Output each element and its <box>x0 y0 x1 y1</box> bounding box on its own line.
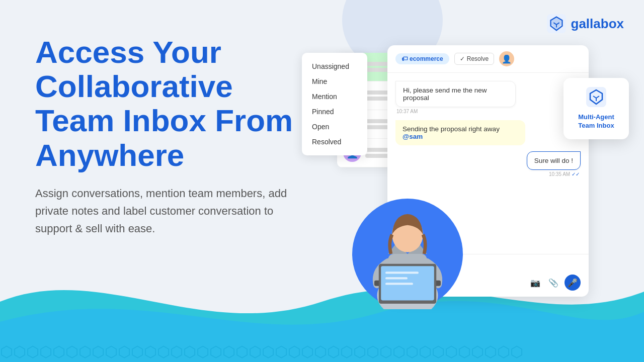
multi-agent-title: Multi-Agent Team Inbox <box>574 113 619 130</box>
multi-agent-title-line1: Multi-Agent <box>578 113 614 121</box>
hero-title: Access Your Collaborative Team Inbox Fro… <box>35 35 297 172</box>
sent-time: 10:35 AM ✓✓ <box>527 171 581 177</box>
hero-title-line4: Anywhere <box>35 138 184 172</box>
svg-rect-8 <box>385 272 419 274</box>
message-text: Hi, please send me the new proposal <box>403 86 487 102</box>
person-figure <box>352 194 463 309</box>
gallabox-logo-icon <box>547 14 566 33</box>
dropdown-menu: Unassigned Mine Mention Pinned Open Reso… <box>302 53 367 155</box>
message-note: Sending the proposal right away @sam <box>395 120 525 145</box>
dropdown-item-mine[interactable]: Mine <box>302 74 367 89</box>
sent-bubble: Sure will do ! <box>527 151 581 170</box>
message-bubble: Hi, please send me the new proposal <box>395 81 516 107</box>
read-tick: ✓✓ <box>572 171 580 177</box>
dropdown-item-resolved[interactable]: Resolved <box>302 134 367 149</box>
dropdown-item-pinned[interactable]: Pinned <box>302 104 367 119</box>
hero-subtitle: Assign conversations, mention team membe… <box>35 185 297 238</box>
camera-icon[interactable]: 📷 <box>528 276 542 290</box>
tag-label: ecommerce <box>410 55 443 62</box>
tag-icon: 🏷 <box>401 55 408 62</box>
message-time: 10:37 AM <box>395 109 516 114</box>
wave-pattern: ⬡⬡⬡⬡⬡⬡⬡⬡⬡⬡⬡⬡⬡⬡⬡⬡⬡⬡⬡⬡⬡⬡⬡⬡⬡⬡⬡⬡⬡⬡⬡⬡⬡⬡⬡⬡⬡⬡⬡⬡ <box>0 343 523 360</box>
hero-section: Access Your Collaborative Team Inbox Fro… <box>35 35 297 237</box>
multi-agent-title-line2: Team Inbox <box>578 122 614 129</box>
hero-title-line1: Access Your <box>35 35 221 69</box>
sent-time-text: 10:35 AM <box>549 171 570 177</box>
mockup-container: Unassigned Mine Mention Pinned Open Reso… <box>297 43 629 324</box>
logo-text: gallabox <box>571 16 624 32</box>
resolve-button[interactable]: ✓ Resolve <box>454 53 494 65</box>
multi-agent-icon <box>574 87 619 109</box>
hero-title-line3: Team Inbox From <box>35 103 293 138</box>
microphone-icon[interactable]: 🎤 <box>565 275 581 291</box>
message-sent: Sure will do ! 10:35 AM ✓✓ <box>527 151 581 177</box>
mention-tag: @sam <box>403 133 423 140</box>
note-bubble: Sending the proposal right away @sam <box>395 120 525 145</box>
logo-area: gallabox <box>547 14 624 33</box>
check-icon: ✓ <box>460 55 465 62</box>
dropdown-item-unassigned[interactable]: Unassigned <box>302 59 367 74</box>
attachment-icon[interactable]: 📎 <box>546 276 560 290</box>
dropdown-item-open[interactable]: Open <box>302 119 367 134</box>
sent-text: Sure will do ! <box>534 157 573 164</box>
ecommerce-tag: 🏷 ecommerce <box>395 53 449 64</box>
chat-header: 🏷 ecommerce ✓ Resolve 👤 <box>387 45 589 73</box>
svg-rect-10 <box>385 283 413 285</box>
header-avatar: 👤 <box>499 51 514 66</box>
message-received: Hi, please send me the new proposal 10:3… <box>395 81 516 114</box>
multi-agent-card: Multi-Agent Team Inbox <box>564 78 629 139</box>
dropdown-item-mention[interactable]: Mention <box>302 89 367 104</box>
resolve-label: Resolve <box>467 55 489 62</box>
svg-rect-9 <box>385 277 408 279</box>
hero-title-line2: Collaborative <box>35 69 233 104</box>
